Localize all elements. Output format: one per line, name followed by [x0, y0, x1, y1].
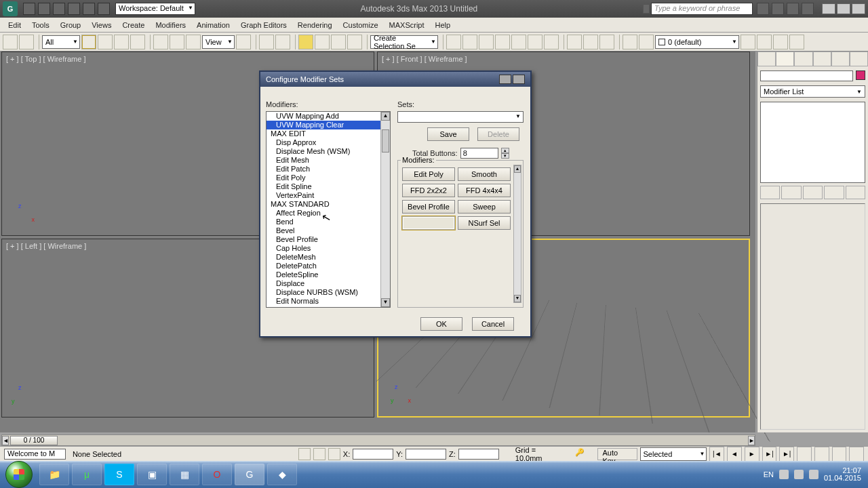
- tray-volume-icon[interactable]: [809, 470, 818, 479]
- modifier-list-item[interactable]: Edit Patch: [267, 165, 380, 174]
- menu-create[interactable]: Create: [117, 20, 150, 30]
- spinner-snap-icon[interactable]: [347, 35, 362, 49]
- material-editor-icon[interactable]: [544, 35, 559, 49]
- modifier-list-item[interactable]: Bend: [267, 218, 380, 226]
- help-icon[interactable]: [802, 3, 814, 15]
- coord-x-input[interactable]: [353, 449, 393, 460]
- modifier-slot-ffd-4x4x4[interactable]: FFD 4x4x4: [458, 184, 511, 197]
- dialog-minimize-icon[interactable]: [499, 75, 511, 84]
- close-button[interactable]: [852, 3, 865, 14]
- display-tab[interactable]: [831, 52, 850, 66]
- nav-fov-icon[interactable]: [832, 447, 847, 462]
- task-3dsmax-icon[interactable]: G: [235, 464, 264, 485]
- viewport-label[interactable]: [ + ] [ Left ] [ Wireframe ]: [6, 242, 86, 250]
- script-listener[interactable]: Welcome to M: [4, 449, 66, 460]
- modifier-list-item[interactable]: DeletePatch: [267, 262, 380, 270]
- mirror-icon[interactable]: [446, 35, 461, 49]
- selection-filter-icon[interactable]: [3, 35, 18, 49]
- sets-combo[interactable]: [397, 111, 524, 123]
- modifier-list-item[interactable]: Edit Mesh: [267, 156, 380, 165]
- time-slider[interactable]: ◄ 0 / 100 ►: [1, 434, 755, 446]
- menu-group[interactable]: Group: [55, 20, 87, 30]
- modifiers-listbox[interactable]: UVW Mapping AddUVW Mapping ClearMAX EDIT…: [266, 111, 391, 308]
- task-skype-icon[interactable]: S: [104, 464, 134, 485]
- coord-z-input[interactable]: [458, 449, 499, 460]
- layer-prop2-icon[interactable]: [757, 35, 772, 49]
- task-explorer-icon[interactable]: 📁: [39, 464, 69, 485]
- snap-toggle-icon[interactable]: [298, 35, 313, 49]
- open-file-icon[interactable]: [38, 3, 50, 15]
- modifier-list-item[interactable]: MAX STANDARD: [267, 200, 380, 209]
- play-icon[interactable]: ►: [745, 447, 760, 462]
- delete-button[interactable]: Delete: [477, 127, 519, 141]
- layer-prop3-icon[interactable]: [773, 35, 788, 49]
- new-file-icon[interactable]: [23, 3, 35, 15]
- modifier-list-item[interactable]: DeleteMesh: [267, 253, 380, 262]
- scale-icon[interactable]: [186, 35, 201, 49]
- select-by-name-icon[interactable]: [98, 35, 113, 49]
- layer-toolbar-icon[interactable]: [623, 35, 637, 49]
- nav-pan-icon[interactable]: [797, 447, 812, 462]
- task-app3-icon[interactable]: ◆: [267, 464, 297, 485]
- curve-editor-icon[interactable]: [511, 35, 526, 49]
- maximize-button[interactable]: [837, 3, 850, 14]
- layer-combo[interactable]: 0 (default): [655, 35, 739, 49]
- viewport-label[interactable]: [ + ] [ Front ] [ Wireframe ]: [382, 55, 467, 63]
- modifier-slot-empty[interactable]: [402, 216, 455, 230]
- start-button[interactable]: [5, 461, 33, 488]
- schematic-view-icon[interactable]: [528, 35, 542, 49]
- scroll-thumb[interactable]: [382, 129, 389, 152]
- total-buttons-spinner[interactable]: ▲▼: [501, 148, 509, 159]
- keyboard-shortcut-icon[interactable]: [275, 35, 290, 49]
- configure-sets-icon[interactable]: [846, 186, 865, 199]
- listbox-scrollbar[interactable]: ▲ ▼: [380, 112, 390, 307]
- exchange-icon[interactable]: [772, 3, 784, 15]
- modifier-slot-sweep[interactable]: Sweep: [458, 200, 511, 214]
- layer-new-icon[interactable]: [639, 35, 654, 49]
- tray-network-icon[interactable]: [794, 470, 804, 479]
- modifier-list-item[interactable]: DeleteSpline: [267, 270, 380, 279]
- workspace-combo[interactable]: Workspace: Default: [115, 3, 195, 15]
- selection-filter-combo[interactable]: All: [42, 35, 80, 49]
- menu-modifiers[interactable]: Modifiers: [150, 20, 191, 30]
- menu-views[interactable]: Views: [86, 20, 117, 30]
- modifier-slot-bevel-profile[interactable]: Bevel Profile: [402, 200, 455, 214]
- project-icon[interactable]: [98, 3, 110, 15]
- coord-y-input[interactable]: [406, 449, 446, 460]
- nav-zoom-ext-icon[interactable]: [849, 447, 864, 462]
- render-production-icon[interactable]: [599, 35, 614, 49]
- task-opera-icon[interactable]: O: [202, 464, 232, 485]
- cancel-button[interactable]: Cancel: [472, 317, 514, 331]
- object-name-input[interactable]: [760, 70, 853, 81]
- menu-help[interactable]: Help: [430, 20, 456, 30]
- render-setup-icon[interactable]: [567, 35, 582, 49]
- keyfilter-target-combo[interactable]: Selected: [640, 447, 707, 461]
- graphite-icon[interactable]: [495, 35, 510, 49]
- modifier-list-combo[interactable]: Modifier List: [760, 85, 865, 98]
- select-manipulate-icon[interactable]: [259, 35, 274, 49]
- timeline-next-icon[interactable]: ►: [748, 436, 755, 445]
- time-slider-thumb[interactable]: 0 / 100: [10, 436, 58, 445]
- save-button[interactable]: Save: [427, 127, 469, 141]
- total-buttons-input[interactable]: [460, 148, 498, 159]
- remove-modifier-icon[interactable]: [824, 186, 844, 199]
- pivot-icon[interactable]: [236, 35, 251, 49]
- object-color-swatch[interactable]: [856, 70, 865, 80]
- infocenter-toggle-icon[interactable]: [643, 4, 650, 14]
- next-frame-icon[interactable]: ►|: [762, 447, 777, 462]
- modifier-list-item[interactable]: Extrude: [267, 306, 380, 307]
- modifier-list-item[interactable]: Cap Holes: [267, 244, 380, 253]
- named-selection-combo[interactable]: Create Selection Se: [370, 35, 438, 49]
- layer-prop1-icon[interactable]: [741, 35, 755, 49]
- key-mode-icon[interactable]: 🔑: [575, 448, 595, 460]
- help-search-input[interactable]: Type a keyword or phrase: [651, 3, 753, 15]
- menu-customize[interactable]: Customize: [338, 20, 384, 30]
- modifier-list-item[interactable]: Edit Poly: [267, 174, 380, 182]
- modifier-list-item[interactable]: Disp Approx: [267, 138, 380, 147]
- hierarchy-tab[interactable]: [794, 52, 812, 66]
- modify-tab[interactable]: [776, 52, 794, 66]
- undo-icon[interactable]: [68, 3, 80, 15]
- nav-zoom-icon[interactable]: [814, 447, 829, 462]
- goto-end-icon[interactable]: ►|: [779, 447, 794, 462]
- modifier-slot-smooth[interactable]: Smooth: [458, 167, 511, 181]
